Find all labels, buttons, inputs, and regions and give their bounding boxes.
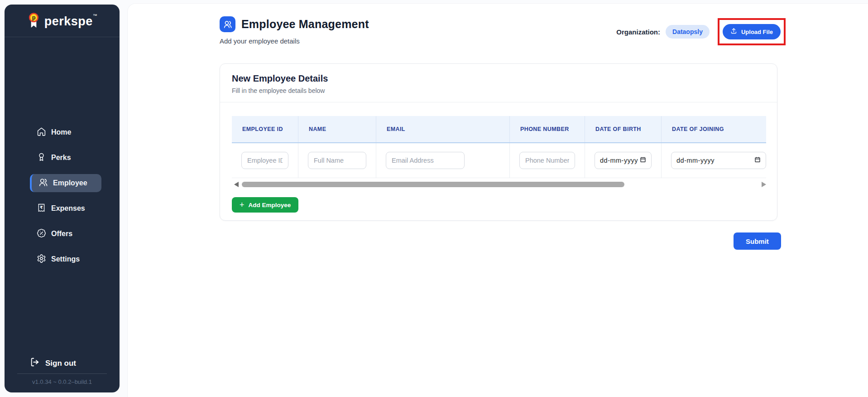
rupee-receipt-icon: ₹ <box>37 203 46 214</box>
signout-label: Sign out <box>45 359 76 368</box>
app-root: { "app": { "name": "perkspe", "trademark… <box>0 0 868 397</box>
dob-value: dd-mm-yyyy <box>600 157 638 164</box>
doj-input[interactable]: dd-mm-yyyy <box>671 152 766 169</box>
email-input[interactable] <box>386 152 465 169</box>
plus-icon: + <box>240 201 245 209</box>
signout-button[interactable]: Sign out <box>30 357 76 369</box>
sidebar-nav: Home Perks Employee ₹ Expenses Offers Se… <box>5 123 120 276</box>
sidebar: p perkspe™ Home Perks Employee ₹ Expense… <box>5 5 120 392</box>
upload-highlight-box: Upload File <box>718 18 786 45</box>
logout-icon <box>30 357 40 369</box>
add-employee-label: Add Employee <box>249 202 291 208</box>
dob-cell: dd-mm-yyyy <box>585 143 662 178</box>
page-subtitle: Add your employee details <box>220 37 369 45</box>
logo-badge-icon: p <box>27 12 41 29</box>
medal-icon <box>37 152 46 164</box>
sidebar-item-label: Perks <box>51 154 71 162</box>
main-content: Employee Management Add your employee de… <box>128 4 868 397</box>
column-header-dob: DATE OF BIRTH <box>585 116 662 142</box>
title-block: Employee Management Add your employee de… <box>220 16 369 45</box>
sidebar-item-label: Home <box>51 128 71 136</box>
email-cell <box>376 143 510 178</box>
sidebar-item-home[interactable]: Home <box>30 123 101 141</box>
app-logo: p perkspe™ <box>5 5 120 37</box>
name-cell <box>298 143 376 178</box>
employee-table: EMPLOYEE ID NAME EMAIL PHONE NUMBER DATE… <box>232 116 766 178</box>
sidebar-item-label: Employee <box>53 179 87 187</box>
employee-id-cell <box>232 143 298 178</box>
home-icon <box>37 127 46 138</box>
organization-label: Organization: <box>616 28 660 36</box>
submit-button[interactable]: Submit <box>734 232 781 250</box>
scrollbar-thumb[interactable] <box>242 182 624 187</box>
card-title: New Employee Details <box>232 73 765 84</box>
column-header-employee-id: EMPLOYEE ID <box>232 116 298 142</box>
gear-icon <box>37 254 46 265</box>
sidebar-item-employee[interactable]: Employee <box>30 174 101 192</box>
sidebar-item-perks[interactable]: Perks <box>30 149 101 167</box>
sidebar-item-label: Expenses <box>51 204 85 213</box>
trademark: ™ <box>93 13 98 18</box>
table-input-row: dd-mm-yyyy dd-mm-yyyy <box>232 143 766 178</box>
dob-input[interactable]: dd-mm-yyyy <box>595 152 652 169</box>
scroll-left-arrow[interactable] <box>234 182 239 187</box>
table-header-row: EMPLOYEE ID NAME EMAIL PHONE NUMBER DATE… <box>232 116 766 143</box>
sidebar-item-label: Offers <box>51 230 72 238</box>
organization-badge: Dataopsly <box>666 25 710 39</box>
calendar-icon[interactable] <box>640 156 646 165</box>
svg-text:p: p <box>32 15 35 21</box>
sidebar-divider <box>17 373 107 374</box>
employee-management-icon <box>220 16 235 32</box>
doj-cell: dd-mm-yyyy <box>662 143 766 178</box>
calendar-icon[interactable] <box>754 156 761 165</box>
app-version: v1.0.34 ~ 0.0.2–build.1 <box>5 378 120 385</box>
column-header-phone: PHONE NUMBER <box>510 116 585 142</box>
upload-file-button[interactable]: Upload File <box>723 24 781 39</box>
column-header-name: NAME <box>298 116 376 142</box>
phone-cell <box>510 143 585 178</box>
upload-button-label: Upload File <box>741 29 773 35</box>
svg-text:₹: ₹ <box>40 205 43 210</box>
add-employee-button[interactable]: + Add Employee <box>232 197 298 213</box>
sidebar-item-offers[interactable]: Offers <box>30 225 101 243</box>
horizontal-scrollbar <box>232 181 766 187</box>
new-employee-card: New Employee Details Fill in the employe… <box>220 63 777 221</box>
sidebar-item-expenses[interactable]: ₹ Expenses <box>30 199 101 218</box>
employee-id-input[interactable] <box>241 152 288 169</box>
page-header: Employee Management Add your employee de… <box>220 16 786 45</box>
sidebar-item-settings[interactable]: Settings <box>30 250 101 268</box>
badge-percent-icon <box>37 228 46 240</box>
card-header: New Employee Details Fill in the employe… <box>220 64 777 102</box>
scrollbar-track[interactable] <box>242 182 758 187</box>
sidebar-item-label: Settings <box>51 255 80 263</box>
header-actions: Organization: Dataopsly Upload File <box>616 18 786 45</box>
phone-input[interactable] <box>519 152 575 169</box>
app-wordmark: perkspe™ <box>44 13 98 29</box>
users-icon <box>38 178 48 189</box>
page-title: Employee Management <box>241 18 369 31</box>
scroll-right-arrow[interactable] <box>762 182 766 187</box>
upload-icon <box>730 28 737 36</box>
card-subtitle: Fill in the employee details below <box>232 87 765 94</box>
column-header-doj: DATE OF JOINING <box>662 116 766 142</box>
column-header-email: EMAIL <box>376 116 510 142</box>
doj-value: dd-mm-yyyy <box>676 157 715 164</box>
full-name-input[interactable] <box>308 152 366 169</box>
